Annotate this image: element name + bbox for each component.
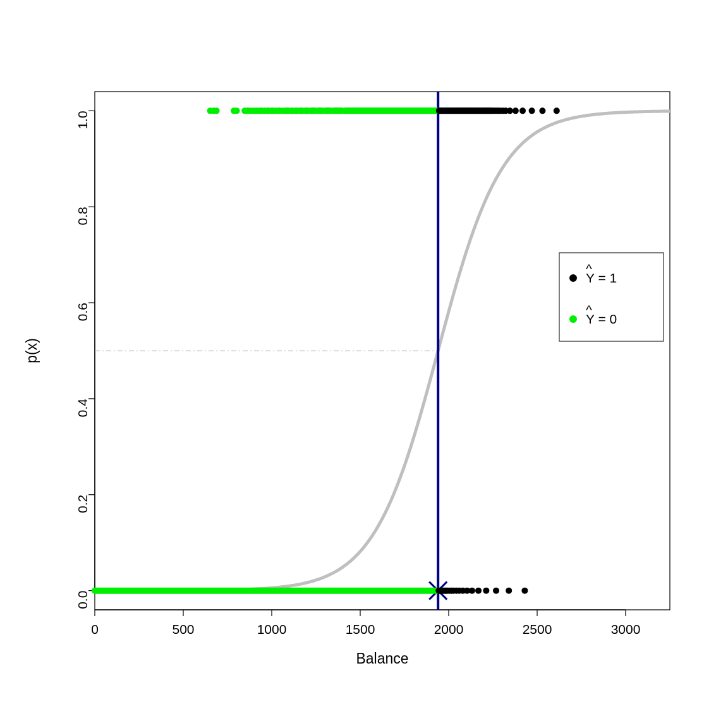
x-tick-label: 1000 bbox=[257, 622, 287, 636]
legend-hat: ^ bbox=[586, 303, 592, 317]
y-tick-label: 0.8 bbox=[75, 207, 90, 225]
x-tick-label: 1500 bbox=[346, 622, 375, 636]
y-axis-title: p(x) bbox=[23, 338, 40, 363]
point-yhat1-top bbox=[554, 107, 560, 114]
legend-swatch bbox=[569, 274, 577, 282]
point-yhat1-bottom bbox=[475, 588, 482, 594]
legend-swatch bbox=[569, 315, 577, 323]
x-axis-title: Balance bbox=[356, 650, 408, 667]
x-tick-label: 500 bbox=[172, 622, 194, 636]
point-yhat1-bottom bbox=[493, 588, 499, 594]
point-yhat1-top bbox=[519, 107, 526, 114]
x-tick-label: 2000 bbox=[434, 622, 464, 636]
legend-box bbox=[559, 253, 664, 341]
x-tick-label: 2500 bbox=[523, 622, 552, 636]
y-tick-label: 0.0 bbox=[75, 591, 90, 609]
point-yhat1-bottom bbox=[521, 588, 528, 594]
x-tick-label: 0 bbox=[91, 622, 99, 636]
point-yhat1-bottom bbox=[469, 588, 475, 594]
point-yhat0-top bbox=[214, 107, 220, 114]
y-tick-label: 0.6 bbox=[75, 303, 90, 321]
point-yhat1-bottom bbox=[506, 588, 512, 594]
point-yhat1-top bbox=[513, 107, 519, 114]
legend-hat: ^ bbox=[586, 262, 592, 276]
y-tick-label: 1.0 bbox=[75, 111, 90, 129]
y-tick-label: 0.2 bbox=[75, 495, 90, 513]
point-yhat0-top bbox=[234, 107, 240, 114]
point-yhat1-top bbox=[539, 107, 545, 114]
y-tick-label: 0.4 bbox=[75, 399, 90, 418]
point-yhat1-top bbox=[529, 107, 535, 114]
x-tick-label: 3000 bbox=[611, 622, 641, 636]
point-yhat1-bottom bbox=[483, 588, 489, 594]
point-yhat1-top bbox=[507, 107, 513, 114]
logistic-plot: 0500100015002000250030000.00.20.40.60.81… bbox=[0, 0, 728, 728]
